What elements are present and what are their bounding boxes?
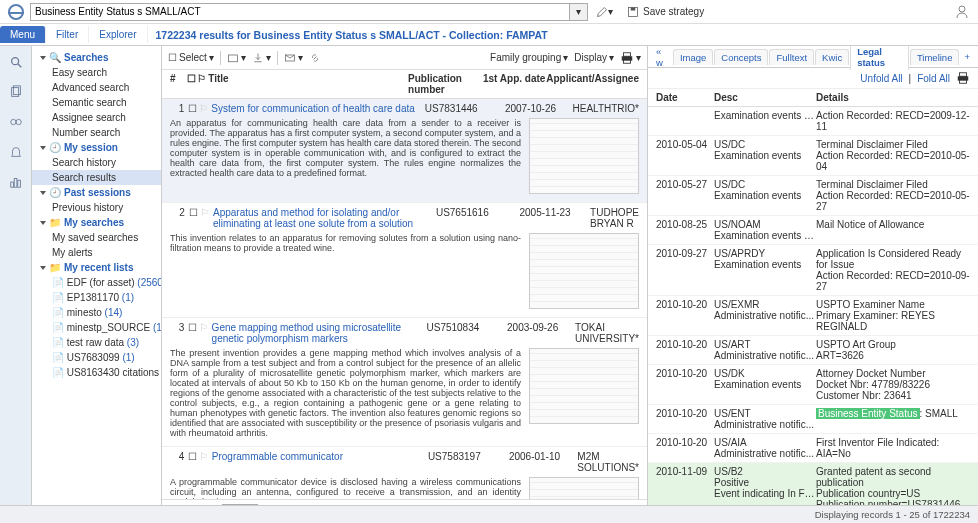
col-title[interactable]: Title bbox=[208, 73, 408, 95]
nav-item[interactable]: Search results bbox=[32, 170, 161, 185]
save-strategy-button[interactable]: Save strategy bbox=[627, 6, 704, 18]
print-button[interactable]: ▾ bbox=[620, 51, 641, 65]
nav-item[interactable]: Semantic search bbox=[32, 95, 161, 110]
rtab-concepts[interactable]: Concepts bbox=[714, 49, 768, 65]
tool-copy-icon[interactable] bbox=[8, 84, 24, 100]
nav-item[interactable]: My alerts bbox=[32, 245, 161, 260]
rtab-timeline[interactable]: Timeline bbox=[910, 49, 960, 65]
ls-col-date: Date bbox=[656, 92, 714, 103]
svg-point-3 bbox=[11, 58, 18, 65]
search-input[interactable] bbox=[30, 3, 570, 21]
nav-item[interactable]: 📄 test raw data (3) bbox=[32, 335, 161, 350]
result-row[interactable]: 1☐⚐System for communication of health ca… bbox=[162, 99, 647, 203]
svg-rect-1 bbox=[631, 7, 636, 10]
patent-figure-thumb bbox=[529, 477, 639, 499]
nav-item[interactable]: 📄 US8163430 citations (241) bbox=[32, 365, 161, 380]
legal-status-row: Examination events OAIAction Recorded: R… bbox=[648, 107, 978, 136]
legal-status-row: 2010-10-20US/AIAAdministrative notific..… bbox=[648, 434, 978, 463]
legal-status-row: 2010-10-20US/EXMRAdministrative notific.… bbox=[648, 296, 978, 336]
user-account-icon[interactable] bbox=[954, 4, 970, 20]
link-button[interactable] bbox=[309, 52, 321, 64]
folder-button[interactable]: ▾ bbox=[227, 52, 246, 64]
nav-my-session[interactable]: 🕘 My session bbox=[32, 140, 161, 155]
mail-button[interactable]: ▾ bbox=[284, 52, 303, 64]
patent-figure-thumb bbox=[529, 233, 639, 309]
tool-link-icon[interactable] bbox=[8, 114, 24, 130]
col-checkbox: ☐ bbox=[187, 73, 197, 95]
svg-rect-9 bbox=[10, 182, 13, 187]
legal-status-row: 2010-10-20US/DKExamination eventsAttorne… bbox=[648, 365, 978, 405]
export-button[interactable]: ▾ bbox=[252, 52, 271, 64]
ls-col-desc: Desc bbox=[714, 92, 816, 103]
ls-col-details: Details bbox=[816, 92, 970, 103]
nav-past-sessions[interactable]: 🕘 Past sessions bbox=[32, 185, 161, 200]
svg-rect-17 bbox=[960, 73, 967, 77]
legal-status-row: 2010-08-25US/NOAMExamination events OAOM… bbox=[648, 216, 978, 245]
nav-item[interactable]: Search history bbox=[32, 155, 161, 170]
results-count-title: 1722234 results for Business Entity Stat… bbox=[148, 26, 979, 44]
tab-filter[interactable]: Filter bbox=[46, 26, 89, 43]
family-grouping-menu[interactable]: Family grouping ▾ bbox=[490, 52, 568, 63]
patent-figure-thumb bbox=[529, 118, 639, 194]
col-assignee[interactable]: Applicant/Assignee bbox=[546, 73, 639, 95]
search-dropdown-button[interactable]: ▾ bbox=[570, 3, 588, 21]
print-legal-icon[interactable] bbox=[956, 71, 970, 85]
results-list: 1☐⚐System for communication of health ca… bbox=[162, 99, 647, 499]
rtab-nav-prev[interactable]: « w bbox=[652, 46, 672, 70]
rtab-image[interactable]: Image bbox=[673, 49, 713, 65]
svg-rect-14 bbox=[624, 52, 631, 56]
legal-status-row: 2010-10-20US/ARTAdministrative notific..… bbox=[648, 336, 978, 365]
nav-item[interactable]: Number search bbox=[32, 125, 161, 140]
nav-item[interactable]: 📄 minesto (14) bbox=[32, 305, 161, 320]
navigation-tree: 🔍 Searches Easy searchAdvanced searchSem… bbox=[32, 46, 162, 521]
legal-status-row: 2010-09-27US/APRDYExamination eventsAppl… bbox=[648, 245, 978, 296]
rtab-add[interactable]: + bbox=[960, 49, 974, 64]
nav-item[interactable]: 📄 EP1381170 (1) bbox=[32, 290, 161, 305]
fold-all-link[interactable]: Fold All bbox=[917, 73, 950, 84]
nav-item[interactable]: 📄 minestp_SOURCE (14) bbox=[32, 320, 161, 335]
legal-status-row: 2010-05-04US/DCExamination eventsTermina… bbox=[648, 136, 978, 176]
svg-rect-12 bbox=[228, 55, 237, 62]
svg-point-2 bbox=[959, 6, 965, 12]
tool-stats-icon[interactable] bbox=[8, 174, 24, 190]
status-bar: Displaying records 1 - 25 of 1722234 bbox=[0, 505, 978, 521]
col-pubnum[interactable]: Publication number bbox=[408, 73, 483, 95]
nav-item[interactable]: My saved searches bbox=[32, 230, 161, 245]
nav-my-searches[interactable]: 📁 My searches bbox=[32, 215, 161, 230]
legal-status-row: 2010-05-27US/DCExamination eventsTermina… bbox=[648, 176, 978, 216]
rtab-legal-status[interactable]: Legal status bbox=[850, 46, 909, 70]
edit-search-button[interactable]: ▾ bbox=[596, 6, 613, 18]
col-index: # bbox=[170, 73, 187, 95]
svg-line-4 bbox=[17, 64, 21, 68]
nav-searches[interactable]: 🔍 Searches bbox=[32, 50, 161, 65]
legal-status-row: 2010-10-20US/ENTAdministrative notific..… bbox=[648, 405, 978, 434]
display-menu[interactable]: Display ▾ bbox=[574, 52, 614, 63]
rtab-kwic[interactable]: Kwic bbox=[815, 49, 849, 65]
tool-search-icon[interactable] bbox=[8, 54, 24, 70]
nav-item[interactable]: 📄 US7683099 (1) bbox=[32, 350, 161, 365]
col-appdate[interactable]: 1st App. date bbox=[483, 73, 546, 95]
nav-item[interactable]: Advanced search bbox=[32, 80, 161, 95]
nav-item[interactable]: Assignee search bbox=[32, 110, 161, 125]
nav-my-recent-lists[interactable]: 📁 My recent lists bbox=[32, 260, 161, 275]
rtab-fulltext[interactable]: Fulltext bbox=[769, 49, 814, 65]
result-row[interactable]: 3☐⚐Gene mapping method using microsatell… bbox=[162, 318, 647, 447]
legal-status-list: Examination events OAIAction Recorded: R… bbox=[648, 107, 978, 521]
tab-menu[interactable]: Menu bbox=[0, 26, 46, 43]
svg-rect-10 bbox=[14, 179, 17, 188]
tool-bell-icon[interactable] bbox=[8, 144, 24, 160]
svg-point-7 bbox=[10, 119, 15, 124]
nav-item[interactable]: Previous history bbox=[32, 200, 161, 215]
result-row[interactable]: 2☐⚐Apparatus and method for isolating an… bbox=[162, 203, 647, 318]
select-menu-button[interactable]: ☐ Select ▾ bbox=[168, 52, 214, 63]
app-logo-icon bbox=[8, 4, 24, 20]
svg-rect-11 bbox=[17, 180, 20, 187]
patent-figure-thumb bbox=[529, 348, 639, 424]
result-row[interactable]: 4☐⚐Programmable communicatorUS7583197200… bbox=[162, 447, 647, 499]
svg-point-8 bbox=[16, 119, 21, 124]
unfold-all-link[interactable]: Unfold All bbox=[860, 73, 902, 84]
tab-explorer[interactable]: Explorer bbox=[89, 26, 147, 43]
save-strategy-label: Save strategy bbox=[643, 6, 704, 17]
nav-item[interactable]: 📄 EDF (for asset) (2560) bbox=[32, 275, 161, 290]
nav-item[interactable]: Easy search bbox=[32, 65, 161, 80]
